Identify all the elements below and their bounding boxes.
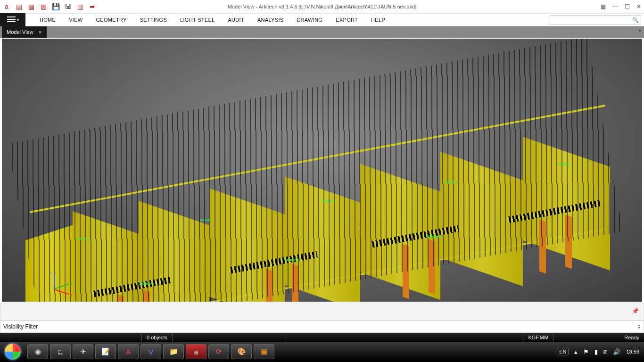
system-tray: EN ▴ ⚑ ▮ ⎚ 🔊 13:59 bbox=[557, 348, 639, 355]
search-icon: 🔍 bbox=[632, 17, 639, 23]
tray-network-icon[interactable]: ⎚ bbox=[603, 348, 607, 355]
menu-settings[interactable]: SETTINGS bbox=[133, 14, 173, 26]
taskbar-updater[interactable]: ⟳ bbox=[208, 344, 229, 359]
taskbar-explorer[interactable]: 🗂 bbox=[50, 344, 71, 359]
menu-geometry[interactable]: GEOMETRY bbox=[90, 14, 133, 26]
windows-taskbar: ◉ 🗂 ✈ 📝 A V 📁 a ⟳ 🎨 ▣ EN ▴ ⚑ ▮ ⎚ 🔊 13:59 bbox=[0, 342, 644, 361]
command-panel[interactable]: 📌 bbox=[0, 303, 644, 321]
close-icon[interactable]: ✕ bbox=[636, 3, 641, 10]
menu-analysis[interactable]: ANALYSIS bbox=[251, 14, 290, 26]
tab-label: Model View bbox=[7, 29, 33, 35]
pin-icon[interactable]: 📌 bbox=[632, 308, 639, 314]
save-icon[interactable]: 💾 bbox=[52, 3, 59, 10]
svg-rect-1 bbox=[7, 19, 16, 20]
taskbar-folder[interactable]: 📁 bbox=[163, 344, 184, 359]
tray-battery-icon[interactable]: ▮ bbox=[594, 348, 598, 355]
spinner-icon[interactable]: ▲▼ bbox=[637, 324, 641, 329]
menu-search-box[interactable]: 🔍 bbox=[550, 15, 641, 25]
maximize-icon[interactable]: ☐ bbox=[625, 3, 630, 10]
minimize-icon[interactable]: — bbox=[612, 3, 618, 10]
status-bar: 0 objects KGF.MM Ready bbox=[0, 333, 644, 342]
taskbar-ppt[interactable]: ▣ bbox=[254, 344, 274, 359]
tray-lang[interactable]: EN bbox=[557, 348, 569, 355]
status-ready: Ready bbox=[619, 333, 644, 342]
app-menu-button[interactable]: ▾ bbox=[0, 13, 25, 26]
title-bar: a ▤ ▦ ▧ 💾 🖫 ▥ ➦ Model View - Arkitech v3… bbox=[0, 0, 644, 13]
tray-clock[interactable]: 13:59 bbox=[626, 349, 639, 354]
menu-drawing[interactable]: DRAWING bbox=[290, 14, 329, 26]
menu-bar: ▾ HOME VIEW GEOMETRY SETTINGS LIGHT STEE… bbox=[0, 13, 644, 26]
menu-audit[interactable]: AUDIT bbox=[221, 14, 251, 26]
menu-help[interactable]: HELP bbox=[364, 14, 392, 26]
tab-model-view[interactable]: Model View ✕ bbox=[2, 26, 47, 38]
visibility-filter-label: Visibility Filter bbox=[3, 323, 38, 330]
svg-rect-0 bbox=[7, 16, 16, 17]
tray-chevron-icon[interactable]: ▴ bbox=[574, 348, 578, 355]
excel-icon[interactable]: ▥ bbox=[76, 3, 84, 10]
taskbar-notes[interactable]: 📝 bbox=[95, 344, 116, 359]
status-objects: 0 objects bbox=[142, 333, 172, 342]
menu-home[interactable]: HOME bbox=[33, 14, 62, 26]
document-tab-row: Model View ✕ bbox=[0, 26, 644, 38]
status-units: KGF.MM bbox=[523, 333, 553, 342]
restore-grid-icon[interactable]: ▦ bbox=[601, 3, 606, 10]
menu-lightsteel[interactable]: LIGHT STEEL bbox=[173, 14, 221, 26]
menu-view[interactable]: VIEW bbox=[62, 14, 89, 26]
steel-frame-model: W-101 W-102 W-103 W-104 W-105 5000mm 500… bbox=[21, 119, 629, 303]
taskbar-paint[interactable]: 🎨 bbox=[231, 344, 252, 359]
new-icon[interactable]: ▤ bbox=[15, 3, 23, 10]
svg-rect-2 bbox=[7, 21, 16, 22]
quick-toolbar: a ▤ ▦ ▧ 💾 🖫 ▥ ➦ bbox=[0, 3, 96, 10]
window-title: Model View - Arkitech v3.1.4.6 [E:\V.N.N… bbox=[228, 4, 417, 9]
save-as-icon[interactable]: 🖫 bbox=[64, 3, 72, 10]
export-icon[interactable]: ➦ bbox=[89, 3, 96, 10]
tab-close-icon[interactable]: ✕ bbox=[38, 30, 42, 35]
visibility-filter-bar[interactable]: Visibility Filter ▲▼ bbox=[0, 321, 644, 333]
taskbar-acrobat[interactable]: A bbox=[118, 344, 139, 359]
tray-flag-icon[interactable]: ⚑ bbox=[583, 348, 589, 355]
taskbar-chrome[interactable]: ◉ bbox=[27, 344, 48, 359]
app-icon[interactable]: a bbox=[3, 3, 10, 10]
open2-icon[interactable]: ▧ bbox=[40, 3, 47, 10]
tray-volume-icon[interactable]: 🔊 bbox=[613, 348, 620, 355]
taskbar-telegram[interactable]: ✈ bbox=[73, 344, 93, 359]
taskbar-viber[interactable]: V bbox=[140, 344, 161, 359]
start-button[interactable] bbox=[0, 342, 25, 361]
taskbar-arkitech[interactable]: a bbox=[186, 344, 206, 359]
open-icon[interactable]: ▦ bbox=[27, 3, 35, 10]
model-viewport[interactable]: W-101 W-102 W-103 W-104 W-105 5000mm 500… bbox=[0, 38, 644, 303]
menu-export[interactable]: EXPORT bbox=[329, 14, 364, 26]
